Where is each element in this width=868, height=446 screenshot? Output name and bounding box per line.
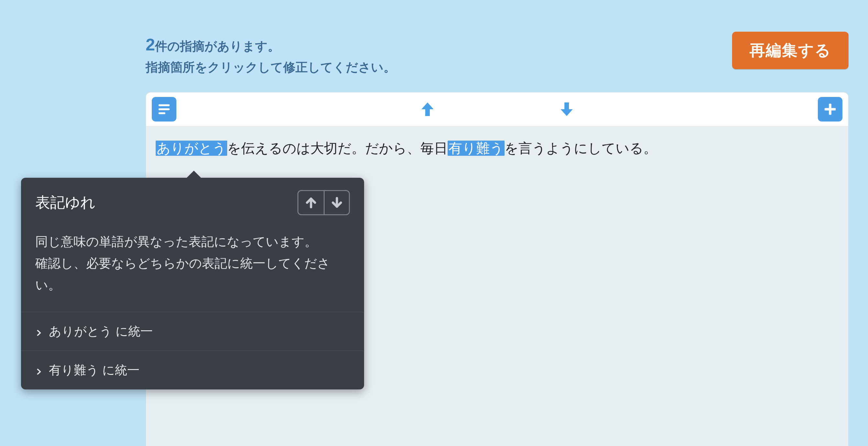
document-icon-button[interactable] xyxy=(152,97,176,122)
tooltip-nav-group xyxy=(298,190,350,215)
tooltip-title: 表記ゆれ xyxy=(35,193,95,213)
suggestion-tooltip: 表記ゆれ 同じ意味の単語が異なった表記になっています。確認し、必要ならどちらかの… xyxy=(21,178,364,389)
document-icon xyxy=(157,102,172,117)
arrow-up-icon xyxy=(418,100,437,118)
action-unify-option-1[interactable]: ありがとう に統一 xyxy=(21,312,364,351)
plus-icon xyxy=(823,102,838,117)
reedit-button[interactable]: 再編集する xyxy=(732,32,848,69)
svg-rect-0 xyxy=(159,104,170,106)
tooltip-next-button[interactable] xyxy=(323,191,349,214)
next-issue-button[interactable] xyxy=(555,98,578,121)
svg-rect-1 xyxy=(159,108,170,110)
highlight-1[interactable]: ありがとう xyxy=(156,141,227,156)
svg-rect-4 xyxy=(825,108,836,110)
chevron-right-icon xyxy=(35,328,42,335)
add-button[interactable] xyxy=(818,97,842,122)
arrow-up-icon xyxy=(304,196,318,209)
tooltip-prev-button[interactable] xyxy=(299,191,323,214)
chevron-right-icon xyxy=(35,367,42,374)
tooltip-actions: ありがとう に統一 有り難う に統一 xyxy=(21,312,364,389)
hint-text: 2件の指摘があります。 指摘箇所をクリックして修正してください。 xyxy=(146,32,396,77)
issue-count-suffix: 件の指摘があります。 xyxy=(155,39,280,53)
highlight-2[interactable]: 有り難う xyxy=(447,141,504,156)
action-unify-option-2[interactable]: 有り難う に統一 xyxy=(21,351,364,389)
svg-rect-2 xyxy=(159,112,165,114)
prev-issue-button[interactable] xyxy=(416,98,439,121)
action-label: ありがとう に統一 xyxy=(49,323,153,340)
arrow-down-icon xyxy=(330,196,344,209)
instruction-text: 指摘箇所をクリックして修正してください。 xyxy=(146,61,396,74)
text-segment-2: を言うようにしている。 xyxy=(504,141,657,156)
arrow-down-icon xyxy=(558,100,576,118)
action-label: 有り難う に統一 xyxy=(49,362,140,378)
text-segment-1: を伝えるのは大切だ。だから、毎日 xyxy=(227,141,447,156)
editor-toolbar xyxy=(146,93,848,126)
issue-count: 2 xyxy=(146,35,155,54)
tooltip-description: 同じ意味の単語が異なった表記になっています。確認し、必要ならどちらかの表記に統一… xyxy=(21,220,364,312)
